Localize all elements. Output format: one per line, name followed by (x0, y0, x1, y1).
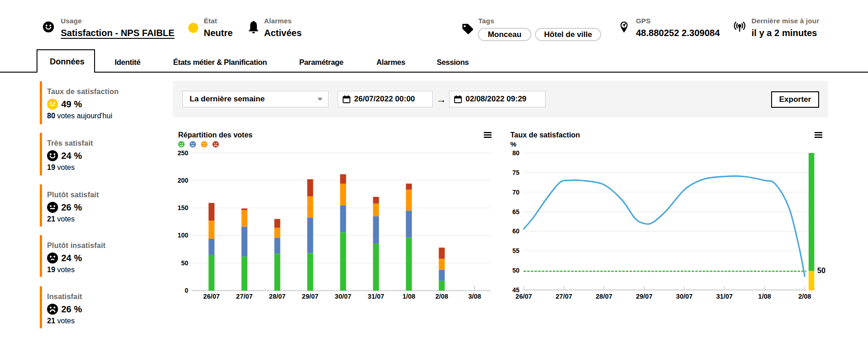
svg-text:28/07: 28/07 (596, 293, 612, 300)
svg-text:65: 65 (512, 208, 519, 216)
svg-text:250: 250 (178, 149, 189, 157)
svg-text:70: 70 (512, 189, 519, 196)
svg-text:3/08: 3/08 (468, 293, 481, 300)
svg-text:0: 0 (185, 287, 188, 294)
svg-text:31/07: 31/07 (368, 293, 384, 300)
svg-text:Répartition des votes: Répartition des votes (178, 131, 253, 139)
svg-text:Taux de satisfaction: Taux de satisfaction (510, 131, 580, 139)
svg-text:27/07: 27/07 (236, 293, 253, 300)
svg-text:1/08: 1/08 (402, 293, 415, 300)
svg-text:55: 55 (512, 247, 519, 254)
svg-text:30/07: 30/07 (676, 293, 693, 300)
svg-text:29/07: 29/07 (302, 293, 318, 300)
svg-text:50: 50 (181, 259, 188, 267)
svg-text:1/08: 1/08 (758, 293, 771, 300)
svg-text:150: 150 (178, 204, 189, 211)
svg-text:26/07: 26/07 (203, 293, 220, 300)
svg-text:28/07: 28/07 (269, 293, 286, 300)
svg-text:2/08: 2/08 (435, 293, 448, 300)
svg-text:29/07: 29/07 (636, 293, 652, 300)
svg-text:30/07: 30/07 (335, 293, 351, 300)
svg-text:60: 60 (512, 227, 519, 235)
svg-text:100: 100 (178, 232, 189, 239)
svg-text:50: 50 (512, 267, 519, 274)
svg-text:50: 50 (817, 267, 826, 274)
svg-text:200: 200 (178, 177, 189, 184)
svg-text:31/07: 31/07 (716, 293, 733, 300)
svg-text:2/08: 2/08 (798, 293, 811, 300)
svg-text:26/07: 26/07 (515, 293, 532, 300)
svg-text:27/07: 27/07 (556, 293, 572, 300)
svg-text:80: 80 (512, 149, 519, 157)
svg-text:%: % (510, 140, 516, 148)
svg-text:75: 75 (512, 169, 519, 176)
